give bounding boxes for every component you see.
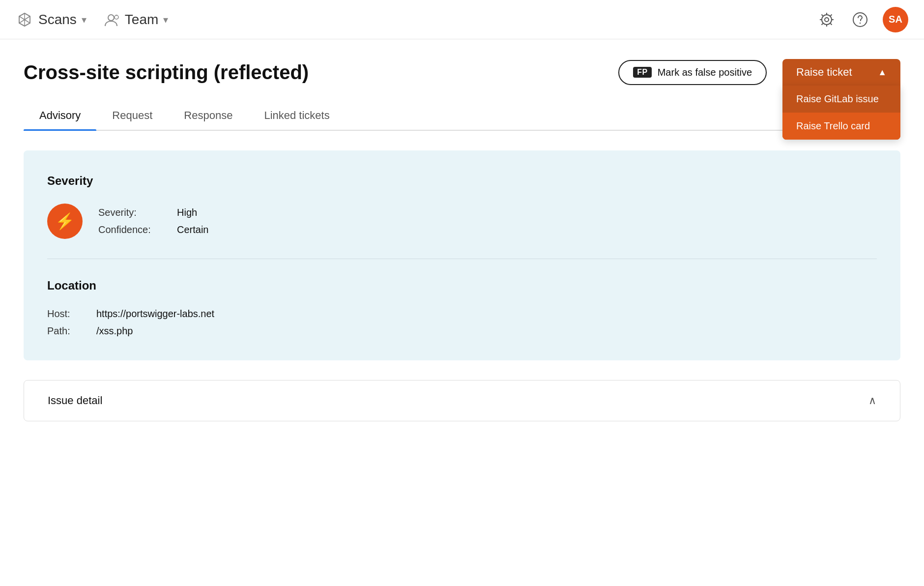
svg-point-1 (115, 15, 118, 19)
fp-badge: FP (633, 67, 651, 78)
tab-advisory[interactable]: Advisory (24, 101, 96, 130)
tabs: Advisory Request Response Linked tickets (24, 101, 900, 131)
raise-ticket-wrapper: Raise ticket ▲ Raise GitLab issue Raise … (782, 59, 900, 86)
header-actions: SA (816, 7, 908, 32)
issue-detail-title: Issue detail (48, 394, 102, 407)
confidence-label: Confidence: (98, 224, 177, 235)
team-nav[interactable]: Team ▾ (102, 11, 168, 29)
severity-row: ⚡ Severity: High Confidence: Certain (47, 204, 877, 239)
location-section: Location Host: https://portswigger-labs.… (47, 279, 877, 337)
location-grid: Host: https://portswigger-labs.net Path:… (47, 308, 877, 337)
header-nav: Scans ▾ Team ▾ (16, 11, 168, 29)
severity-line: Severity: High (98, 207, 208, 218)
location-section-title: Location (47, 279, 877, 293)
trello-card-label: Raise Trello card (796, 120, 870, 131)
tab-request-label: Request (112, 109, 152, 121)
team-icon (102, 11, 120, 29)
raise-trello-card-item[interactable]: Raise Trello card (782, 113, 900, 140)
raise-ticket-chevron-icon: ▲ (878, 67, 887, 78)
issue-detail-chevron-icon: ∧ (868, 394, 876, 407)
tab-linked-tickets-label: Linked tickets (264, 109, 329, 121)
team-label: Team (125, 12, 158, 28)
false-positive-label: Mark as false positive (658, 67, 752, 78)
path-value: /xss.php (96, 325, 133, 337)
severity-symbol: ⚡ (55, 212, 75, 231)
tab-advisory-label: Advisory (39, 109, 81, 121)
user-avatar[interactable]: SA (883, 7, 908, 32)
svg-point-4 (822, 15, 832, 25)
divider (47, 259, 877, 259)
raise-ticket-button[interactable]: Raise ticket ▲ (782, 59, 900, 86)
false-positive-button[interactable]: FP Mark as false positive (618, 60, 767, 85)
help-button[interactable] (849, 9, 871, 30)
severity-label: Severity: (98, 207, 177, 218)
host-line: Host: https://portswigger-labs.net (47, 308, 877, 320)
raise-ticket-label: Raise ticket (796, 66, 852, 79)
severity-value: High (177, 207, 197, 218)
host-value: https://portswigger-labs.net (96, 308, 214, 320)
scans-label: Scans (38, 12, 77, 28)
gitlab-issue-label: Raise GitLab issue (796, 93, 879, 104)
confidence-value: Certain (177, 224, 208, 235)
scans-icon (16, 11, 33, 29)
tab-request[interactable]: Request (96, 101, 168, 130)
title-row: Cross-site scripting (reflected) FP Mark… (24, 59, 900, 86)
scans-nav[interactable]: Scans ▾ (16, 11, 87, 29)
avatar-initials: SA (889, 14, 902, 25)
svg-point-6 (860, 22, 861, 23)
issue-detail-header[interactable]: Issue detail ∧ (24, 381, 900, 421)
svg-point-3 (825, 18, 829, 22)
host-label: Host: (47, 308, 96, 320)
page-title: Cross-site scripting (reflected) (24, 61, 309, 84)
settings-button[interactable] (816, 9, 837, 30)
team-chevron-icon: ▾ (163, 14, 168, 26)
svg-point-0 (108, 15, 114, 21)
tab-response[interactable]: Response (168, 101, 248, 130)
issue-detail-section: Issue detail ∧ (24, 380, 900, 421)
confidence-line: Confidence: Certain (98, 224, 208, 235)
header: Scans ▾ Team ▾ (0, 0, 924, 39)
severity-section: Severity ⚡ Severity: High Confidence: Ce… (47, 174, 877, 239)
tab-response-label: Response (184, 109, 232, 121)
scans-chevron-icon: ▾ (82, 14, 87, 26)
severity-details: Severity: High Confidence: Certain (98, 207, 208, 235)
raise-gitlab-issue-item[interactable]: Raise GitLab issue (782, 86, 900, 113)
page-content: Cross-site scripting (reflected) FP Mark… (0, 39, 924, 421)
tab-linked-tickets[interactable]: Linked tickets (248, 101, 345, 130)
main-content: Severity ⚡ Severity: High Confidence: Ce… (24, 150, 900, 360)
path-label: Path: (47, 325, 96, 337)
path-line: Path: /xss.php (47, 325, 877, 337)
severity-section-title: Severity (47, 174, 877, 188)
severity-icon: ⚡ (47, 204, 83, 239)
raise-ticket-dropdown: Raise GitLab issue Raise Trello card (782, 86, 900, 140)
